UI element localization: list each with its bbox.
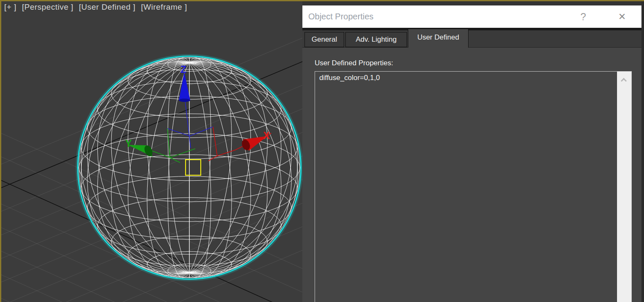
chevron-up-icon — [621, 78, 627, 84]
z-axis-arrow-base — [179, 99, 190, 102]
dialog-title: Object Properties — [308, 5, 374, 28]
viewport-userdefined-menu[interactable]: [User Defined ] — [79, 3, 135, 12]
y-axis-stub — [170, 158, 180, 163]
viewport-active-border — [0, 0, 644, 1]
tab-user-defined[interactable]: User Defined — [408, 29, 469, 48]
tab-pane-border — [302, 47, 641, 48]
move-gizmo: Z Y X — [125, 64, 271, 175]
viewport-label-menus: [+ ] [Perspective ] [User Defined ] [Wir… — [4, 3, 187, 12]
x-axis-label: X — [263, 130, 270, 141]
user-defined-properties-field[interactable]: diffuse_color=0,1,0 — [315, 71, 632, 302]
close-button[interactable]: ✕ — [614, 5, 631, 28]
viewport-general-menu[interactable]: [+ ] — [4, 3, 16, 12]
object-properties-dialog: Object Properties ? ✕ General Adv. Light… — [302, 5, 641, 302]
x-plane-line — [213, 127, 217, 156]
x-axis-line — [217, 146, 244, 156]
help-button[interactable]: ? — [575, 5, 592, 28]
application-window: Z Y X [+ ] [Perspective ] [User Defined … — [0, 0, 644, 302]
viewport-canvas[interactable]: Z Y X — [1, 1, 302, 302]
viewport-pov-menu[interactable]: [Perspective ] — [22, 3, 73, 12]
vertical-scrollbar[interactable] — [617, 72, 631, 302]
z-axis-label: Z — [181, 64, 186, 75]
user-defined-properties-text[interactable]: diffuse_color=0,1,0 — [319, 74, 613, 82]
tab-adv-lighting[interactable]: Adv. Lighting — [345, 32, 407, 47]
perspective-viewport[interactable]: Z Y X [+ ] [Perspective ] [User Defined … — [0, 0, 302, 302]
xy-plane-handle[interactable] — [186, 160, 201, 175]
viewport-shading-menu[interactable]: [Wireframe ] — [141, 3, 187, 12]
y-axis-label: Y — [125, 138, 132, 149]
background-panel-edge — [641, 0, 644, 302]
user-defined-properties-label: User Defined Properties: — [315, 59, 393, 67]
dialog-tab-strip: General Adv. Lighting User Defined — [302, 28, 641, 48]
dialog-title-bar[interactable]: Object Properties ? ✕ — [302, 5, 641, 28]
y-axis-line — [170, 149, 195, 158]
tab-general[interactable]: General — [304, 32, 344, 47]
z-axis-line — [185, 101, 191, 148]
scroll-up-button[interactable] — [617, 75, 631, 84]
